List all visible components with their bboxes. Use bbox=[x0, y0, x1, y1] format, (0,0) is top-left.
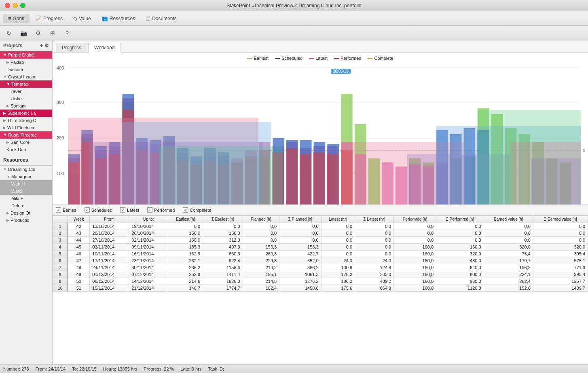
earliest-color bbox=[247, 58, 252, 59]
sidebar-item-raven[interactable]: raven- bbox=[0, 88, 52, 95]
table-container[interactable]: Week From: Up to: Earliest [h] Σ Earlies… bbox=[53, 215, 588, 364]
scheduled-color bbox=[275, 58, 280, 59]
cb-earlies[interactable]: ✓ bbox=[56, 207, 61, 213]
col-performed: Perfomred [h] bbox=[394, 216, 436, 223]
sidebar-item-wild[interactable]: ▶ Wild Electrica bbox=[0, 124, 52, 131]
chart-container: 28/05/19 400 300 200 100 100% bbox=[56, 61, 585, 204]
svg-rect-105 bbox=[300, 154, 311, 204]
arrow-icon: ▼ bbox=[3, 133, 7, 137]
arrow-icon: ▼ bbox=[3, 53, 7, 57]
value-icon: ◇ bbox=[73, 15, 77, 21]
help-button[interactable]: ? bbox=[61, 27, 73, 39]
projects-label: Projects bbox=[3, 43, 22, 48]
sidebar-item-doncom[interactable]: Doncom bbox=[0, 66, 52, 73]
legend-performed: Performed bbox=[334, 56, 361, 61]
sidebar-item-design-of[interactable]: ▶ Design Of bbox=[0, 209, 52, 217]
latest-color bbox=[309, 58, 314, 59]
grid-button[interactable]: ⊞ bbox=[47, 27, 58, 39]
arrow-icon: ▶ bbox=[6, 104, 9, 108]
sidebar-item-miki-p[interactable]: Miki P bbox=[0, 195, 52, 202]
checkbox-performed[interactable]: ✓ Performed bbox=[147, 207, 175, 213]
cb-performed[interactable]: ✓ bbox=[147, 207, 152, 213]
cb-compelete[interactable]: ✓ bbox=[183, 207, 188, 213]
tab-value[interactable]: ◇ Value bbox=[68, 14, 96, 23]
sidebar-item-purple-digital[interactable]: ▼ Purple Digital bbox=[0, 51, 52, 59]
subtab-progress[interactable]: Progress bbox=[56, 43, 87, 52]
sidebar-item-faxlab[interactable]: ▶ Faxlab bbox=[0, 59, 52, 66]
svg-text:300: 300 bbox=[57, 100, 64, 105]
sidebar-item-crystal-insane[interactable]: ▼ Crystal Insane bbox=[0, 73, 52, 80]
tab-progress[interactable]: 📈 Progress bbox=[30, 14, 68, 23]
sidebar-item-rusty[interactable]: ▼ Rusty Firecrac bbox=[0, 131, 52, 139]
sidebar-item-managem[interactable]: ▼ Managem bbox=[0, 173, 52, 180]
svg-text:200: 200 bbox=[57, 135, 64, 140]
col-earliest: Earliest [h] bbox=[168, 216, 203, 223]
sidebar: Projects + ⚙ ▼ Purple Digital ▶ Faxlab D… bbox=[0, 40, 53, 364]
sidebar-item-konk-dub[interactable]: Konk Dub bbox=[0, 146, 52, 153]
checkbox-earlies[interactable]: ✓ Earlies bbox=[56, 207, 76, 213]
arrow-icon: ▶ bbox=[6, 60, 9, 64]
tab-documents[interactable]: ◫ Documents bbox=[141, 14, 182, 23]
sidebar-item-productio[interactable]: ▶ Productio bbox=[0, 217, 52, 224]
sidebar-item-wen-h[interactable]: Wen H bbox=[0, 180, 52, 188]
svg-rect-112 bbox=[159, 146, 283, 204]
progress-icon: 📈 bbox=[35, 15, 42, 21]
tooltip-bubble: 28/05/19 bbox=[331, 69, 351, 74]
legend-scheduled: Scheduled bbox=[275, 56, 302, 61]
resources-label: Resources bbox=[3, 157, 28, 163]
cb-schedulec[interactable]: ✓ bbox=[85, 207, 90, 213]
tab-gantt[interactable]: ≡ Gantt bbox=[3, 14, 30, 23]
tab-ressources[interactable]: 👥 Ressources bbox=[97, 14, 140, 23]
minimize-button[interactable] bbox=[13, 3, 18, 8]
svg-text:100: 100 bbox=[57, 171, 64, 176]
col-row-num bbox=[53, 216, 68, 223]
sidebar-item-tempfax[interactable]: ▼ Tempfax bbox=[0, 80, 52, 88]
table-row: 44503/11/201409/11/2014185,3497,3153,315… bbox=[53, 244, 588, 251]
close-button[interactable] bbox=[5, 3, 10, 8]
sidebar-item-distin[interactable]: distin- bbox=[0, 95, 52, 102]
refresh-button[interactable]: ↻ bbox=[3, 27, 15, 39]
checkbox-schedulec[interactable]: ✓ Schedulec bbox=[85, 207, 112, 213]
tab-value-label: Value bbox=[79, 16, 91, 21]
subtab-workload[interactable]: Workload bbox=[88, 43, 121, 53]
checkbox-compelete[interactable]: ✓ Compelete bbox=[183, 207, 211, 213]
arrow-icon: ▼ bbox=[3, 75, 7, 79]
sidebar-item-supersonic[interactable]: ▶ Supersonic La bbox=[0, 110, 52, 117]
documents-icon: ◫ bbox=[146, 15, 150, 21]
add-project-icon[interactable]: + bbox=[40, 43, 43, 48]
sidebar-item-san-core[interactable]: ▶ San-Core bbox=[0, 139, 52, 146]
toolbar: ↻ 📷 ⚙ ⊞ ? bbox=[0, 26, 588, 40]
sidebar-item-ward[interactable]: Ward bbox=[0, 188, 52, 195]
tab-gantt-label: Gantt bbox=[13, 16, 25, 21]
ressources-icon: 👥 bbox=[102, 15, 108, 21]
tab-ressources-label: Ressources bbox=[110, 16, 135, 21]
workload-chart: 400 300 200 100 100% bbox=[56, 61, 585, 204]
settings-button[interactable]: ⚙ bbox=[32, 27, 44, 39]
table-row: 105115/12/201421/12/2014148,71774,7182,4… bbox=[53, 285, 588, 292]
camera-button[interactable]: 📷 bbox=[18, 27, 29, 39]
cb-latest[interactable]: ✓ bbox=[120, 207, 125, 213]
content-area: Progress Workload Earliest Scheduled Lat… bbox=[53, 40, 588, 364]
titlebar: StakePoint «Technical-Preview»: Dreaming… bbox=[0, 0, 588, 11]
sidebar-item-delore[interactable]: Delore bbox=[0, 202, 52, 209]
svg-rect-104 bbox=[286, 148, 298, 204]
chart-area: Earliest Scheduled Latest Performed Comp… bbox=[53, 53, 588, 204]
col-earned: Earned value [h] bbox=[484, 216, 533, 223]
tabbar: ≡ Gantt 📈 Progress ◇ Value 👥 Ressources … bbox=[0, 11, 588, 26]
arrow-icon: ▶ bbox=[6, 218, 9, 222]
sidebar-item-dreaming-clo[interactable]: ▼ Dreaming Clo bbox=[0, 166, 52, 173]
sidebar-item-sonlam[interactable]: ▶ Sonlam bbox=[0, 102, 52, 110]
legend-complete: Complete bbox=[368, 56, 393, 61]
status-late: Late: 0 hrs bbox=[180, 367, 201, 371]
sidebar-item-third-strong[interactable]: ▶ Third Strong C bbox=[0, 117, 52, 124]
checkbox-latest[interactable]: ✓ Latest bbox=[120, 207, 139, 213]
col-sigma-earliest: Σ Earliest [h] bbox=[203, 216, 243, 223]
gear-icon[interactable]: ⚙ bbox=[44, 43, 49, 48]
status-to: To: 22/10/15 bbox=[72, 367, 97, 371]
maximize-button[interactable] bbox=[20, 3, 25, 8]
tab-documents-label: Documents bbox=[152, 16, 177, 21]
col-upto: Up to: bbox=[129, 216, 168, 223]
svg-text:100%: 100% bbox=[583, 148, 585, 153]
col-sigma-latest: Σ Latest (hr) bbox=[355, 216, 394, 223]
checkbox-row: ✓ Earlies ✓ Schedulec ✓ Latest ✓ Perform… bbox=[53, 204, 588, 215]
